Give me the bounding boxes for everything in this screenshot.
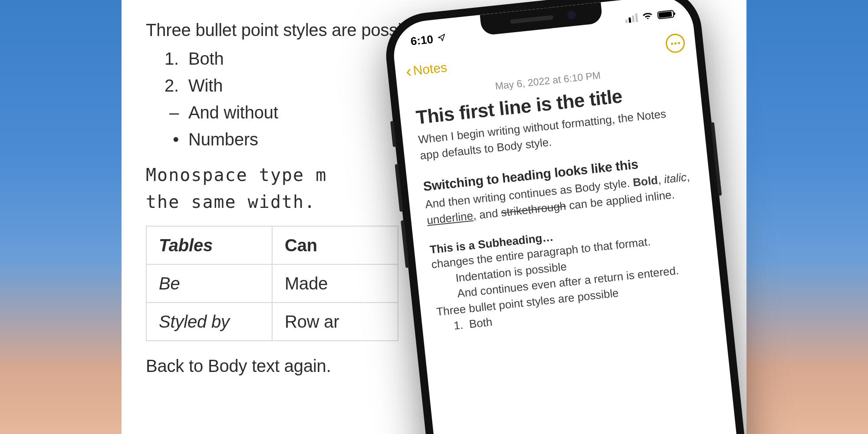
underline-sample: underline, <box>426 209 477 227</box>
battery-icon <box>657 10 674 20</box>
bold-sample: Bold <box>632 174 659 189</box>
table-row: Styled by Row ar <box>146 302 398 341</box>
table-row: Tables Can <box>146 226 398 264</box>
back-label: Notes <box>412 60 447 78</box>
table-row: Be Made <box>146 264 398 302</box>
location-icon <box>437 33 447 45</box>
note-content[interactable]: May 6, 2022 at 6:10 PM This first line i… <box>398 59 755 434</box>
ellipsis-icon <box>671 42 680 45</box>
chevron-left-icon: ‹ <box>405 63 412 80</box>
back-button[interactable]: ‹ Notes <box>405 59 447 80</box>
status-time: 6:10 <box>410 33 434 48</box>
italic-sample: italic <box>663 171 687 186</box>
cellular-icon <box>625 13 638 23</box>
more-button[interactable] <box>665 33 686 53</box>
bg-table: Tables Can Be Made Styled by Row ar <box>146 226 398 341</box>
wifi-icon <box>641 10 654 23</box>
strike-sample: strikethrough <box>500 199 567 219</box>
